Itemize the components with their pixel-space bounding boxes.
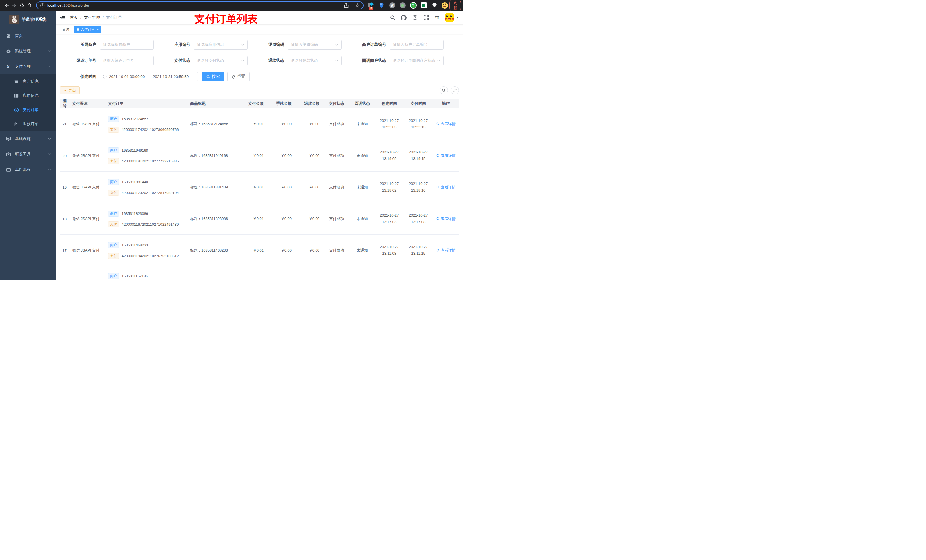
table-row[interactable]: 17 微信 JSAPI 支付 商户1635311468233 支付4200001… [60, 235, 459, 266]
cell-channel: 微信 JSAPI 支付 [71, 203, 106, 234]
merchant-tag: 商户 [108, 179, 119, 185]
col-refund: 退款金额 [295, 99, 324, 108]
reload-icon[interactable] [20, 2, 24, 9]
extension-command-icon[interactable]: ⌘ [389, 2, 395, 9]
extension-tag-manager-icon[interactable]: 10 [368, 2, 374, 9]
refund-status-filter-label: 退款状态 [253, 58, 287, 63]
view-detail-link[interactable]: 查看详情 [436, 248, 455, 253]
toggle-search-button[interactable] [440, 86, 448, 95]
channel-order-no-filter-input[interactable]: 请输入渠道订单号 [100, 56, 154, 65]
extension-chat-icon[interactable] [420, 2, 427, 9]
info-icon[interactable] [40, 3, 45, 8]
dashboard-icon [6, 33, 11, 38]
col-pay-order: 支付订单 [106, 99, 189, 108]
date-start-value: 2021-10-01 00:00:00 [109, 74, 145, 79]
home-icon[interactable] [27, 2, 32, 9]
bookmark-star-icon[interactable] [355, 3, 360, 8]
app-filter-label: 应用编号 [159, 42, 194, 47]
table-row[interactable]: 20 微信 JSAPI 支付 商户1635311949168 支付4200001… [60, 140, 459, 172]
sidebar-logo[interactable]: 芋道管理系统 [0, 11, 56, 28]
sidebar-item-pay-order[interactable]: ¥ 支付订单 [0, 103, 56, 117]
puzzle-icon[interactable] [431, 2, 438, 9]
create-time-range-input[interactable]: 2021-10-01 00:00:00 - 2021-10-31 23:59:5… [100, 72, 198, 82]
pay-tag: 支付 [108, 190, 119, 196]
sidebar-item-merchant-info[interactable]: 商户信息 [0, 74, 56, 89]
sidebar-item-devtools[interactable]: 研发工具 [0, 146, 56, 162]
export-button[interactable]: 导出 [60, 86, 80, 95]
cell-action: 查看详情 [433, 235, 459, 266]
share-icon[interactable] [344, 3, 348, 8]
app-filter-select[interactable]: 请选择应用信息 [194, 40, 248, 50]
pay-status-filter-label: 支付状态 [159, 58, 194, 63]
table-row[interactable]: 18 微信 JSAPI 支付 商户1635311823086 支付4200001… [60, 203, 459, 235]
merchant-tag: 商户 [108, 116, 119, 122]
close-tab-icon[interactable]: × [97, 28, 98, 31]
sidebar-item-label: 基础设施 [15, 136, 48, 142]
search-icon[interactable] [390, 15, 396, 21]
app-title: 芋道管理系统 [22, 17, 47, 22]
sidebar-item-workflow[interactable]: 工作流程 [0, 162, 56, 177]
col-paid: 支付时间 [404, 99, 433, 108]
reset-button[interactable]: 重置 [227, 72, 250, 82]
page-content: 所属商户 请选择所属商户 应用编号 请选择应用信息 渠道编码 请输入渠道编码 [56, 35, 463, 280]
sidebar-fold-icon[interactable] [60, 15, 65, 20]
sidebar-item-label: 退款订单 [23, 122, 51, 127]
font-size-icon[interactable]: TT [434, 15, 440, 21]
cell-refund: ￥0.00 [295, 172, 324, 203]
notify-status-filter-label: 回调商户状态 [348, 58, 390, 63]
refund-status-filter-select[interactable]: 请选择退款状态 [287, 56, 342, 65]
pay-status-filter-select[interactable]: 请选择支付状态 [194, 56, 248, 65]
view-detail-link[interactable]: 查看详情 [436, 185, 455, 190]
breadcrumb-pay[interactable]: 支付管理 [84, 15, 100, 20]
table-row[interactable]: 21 微信 JSAPI 支付 商户1635312124657 支付4200001… [60, 109, 459, 140]
merchant-order-no-filter-input[interactable]: 请输入商户订单编号 [390, 40, 443, 50]
back-icon[interactable] [4, 2, 9, 9]
github-icon[interactable] [401, 15, 407, 21]
merchant-filter-input[interactable]: 请选择所属商户 [100, 40, 154, 50]
col-title: 商品标题 [189, 99, 242, 108]
url-text[interactable]: localhost:1024/pay/order [47, 3, 344, 8]
col-amount: 支付金额 [242, 99, 268, 108]
fullscreen-icon[interactable] [423, 15, 429, 21]
table-row-partial[interactable]: 商户1635311157186 [60, 266, 459, 280]
view-detail-link[interactable]: 查看详情 [436, 216, 455, 221]
sidebar-item-system[interactable]: 系统管理 [0, 44, 56, 59]
pay-tag: 支付 [108, 158, 119, 164]
sidebar-item-label: 商户信息 [23, 79, 51, 84]
user-avatar[interactable] [445, 13, 454, 22]
view-detail-link[interactable]: 查看详情 [436, 122, 455, 127]
sidebar-item-pay[interactable]: ¥ 支付管理 [0, 59, 56, 74]
extension-y-icon[interactable]: Y [410, 2, 416, 9]
avatar-caret-icon[interactable]: ▼ [456, 16, 459, 19]
extension-pin-icon[interactable] [378, 2, 385, 9]
search-button[interactable]: 搜索 [202, 72, 224, 82]
cell-title: 标题：1635312124656 [189, 109, 242, 140]
tab-home[interactable]: 首页 [60, 26, 72, 33]
chrome-update-button[interactable]: 更新 [449, 0, 461, 12]
chevron-down-icon [48, 168, 51, 171]
refresh-button[interactable] [451, 86, 459, 95]
pay-tag: 支付 [108, 253, 119, 259]
sidebar-item-infra[interactable]: 基础设施 [0, 131, 56, 146]
help-icon[interactable] [412, 15, 418, 21]
forward-icon[interactable] [12, 2, 17, 9]
sidebar-item-refund-order[interactable]: 退款订单 [0, 117, 56, 131]
view-detail-link[interactable]: 查看详情 [436, 153, 455, 158]
merchant-tag: 商户 [108, 147, 119, 153]
sidebar-item-home[interactable]: 首页 [0, 28, 56, 44]
cell-action: 查看详情 [433, 172, 459, 203]
cell-id: 19 [60, 172, 71, 203]
breadcrumb-home[interactable]: 首页 [70, 15, 78, 20]
address-bar[interactable]: localhost:1024/pay/order [36, 2, 364, 9]
profile-avatar-icon[interactable] [441, 2, 448, 9]
merchant-tag: 商户 [108, 242, 119, 248]
merchant-order-no: 1635311949168 [122, 148, 148, 152]
notify-status-filter-select[interactable]: 请选择订单回调商户状态 [390, 56, 443, 65]
cell-channel: 微信 JSAPI 支付 [71, 140, 106, 171]
sidebar-item-app-info[interactable]: 应用信息 [0, 89, 56, 103]
channel-code-filter-select[interactable]: 请输入渠道编码 [287, 40, 342, 50]
table-row[interactable]: 19 微信 JSAPI 支付 商户1635311881440 支付4200001… [60, 172, 459, 203]
cell-title: 标题：1635311949168 [189, 140, 242, 171]
tab-pay-order[interactable]: 支付订单 × [74, 26, 101, 33]
extension-dot-icon[interactable] [399, 2, 406, 9]
